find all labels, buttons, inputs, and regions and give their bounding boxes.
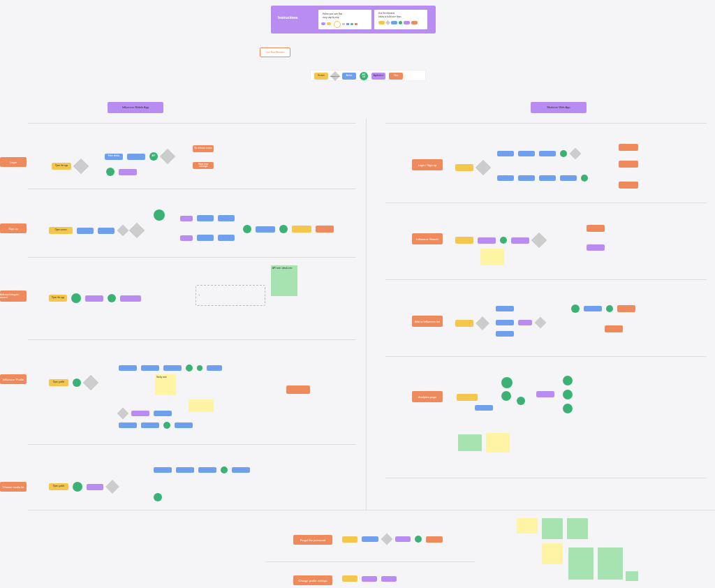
instructions-note-right: Use the elements below to build user flo… (374, 10, 427, 29)
flow-profile: Open profile Sticky note (28, 349, 356, 440)
h-line (385, 123, 707, 124)
h-line (385, 478, 707, 478)
su-d1 (117, 225, 129, 237)
su-a1 (77, 228, 94, 234)
note-text2: story step by step (323, 16, 339, 19)
row-tag-forgot: Forgot the password (293, 535, 332, 545)
mk-open: Open profile (49, 483, 68, 490)
legend-decision: Decision point (330, 71, 340, 81)
row-tag-media: Choose media kit (0, 482, 27, 492)
h-line (385, 356, 707, 357)
row-tag-settings: Change profile settings (293, 575, 332, 585)
h-line (385, 279, 707, 280)
login-api2 (106, 168, 115, 176)
note-text: Use the elements (378, 12, 395, 15)
flow-analytics (447, 366, 712, 478)
legend-row (378, 21, 418, 24)
flow-login: Open the app Enter details API Go to hom… (28, 140, 356, 182)
login-open: Open the app (52, 163, 71, 170)
row-tag-profile: Influencer Profile (0, 374, 27, 384)
instructions-title: Instructions (278, 15, 298, 20)
user-flow-elements-label: User Flow Elements (260, 47, 290, 57)
flow-forgot (342, 535, 443, 543)
ig-dashed-group: • (196, 285, 265, 306)
an-note-y (486, 433, 510, 453)
flow-media: Open profile (28, 457, 356, 506)
instructions-note-left: Follow your user flow story step by step (318, 10, 371, 29)
login-home: Go to home screen (193, 145, 214, 152)
su-d2 (129, 223, 145, 239)
flow-search (447, 214, 712, 270)
h-line (28, 189, 356, 189)
legend-flow: Flow (389, 73, 403, 80)
note-text: Follow your user flow (323, 13, 342, 15)
notes-cluster (517, 518, 656, 588)
label-text: User Flow Elements (266, 51, 285, 54)
row-tag-search: Influencer Search (412, 233, 443, 244)
row-tag-login-r: Login / Sign up (412, 159, 443, 170)
legend-shapes: Screen Decision point Action API call Ap… (314, 72, 403, 80)
influencer-app-title: Influencer Mobile App (108, 102, 163, 113)
login-dec1 (73, 159, 89, 175)
pf-open: Open profile (49, 379, 68, 386)
row-tag-instagram: Authorize Instagram account (0, 291, 27, 302)
login-app (119, 169, 137, 175)
h-line (28, 257, 356, 258)
pf-note2 (189, 399, 214, 412)
pf-note1: Sticky note (155, 374, 176, 395)
login-error: Show error message (193, 162, 214, 169)
row-tag-analytics: Analytics page (412, 391, 443, 402)
h-line (28, 444, 356, 445)
legend-action: Action (342, 73, 356, 80)
ig-note-green: API note / details text (271, 265, 297, 296)
login-dec2 (160, 149, 176, 165)
legend-api: API call (360, 72, 368, 80)
row-tag-login: Login (0, 157, 27, 167)
row-tag-addlist: Add to Influencer list (412, 316, 443, 327)
flow-addlist (447, 291, 712, 353)
note-text2: below to build user flows (378, 15, 401, 18)
h-line (265, 561, 475, 562)
an-note-g1 (458, 434, 482, 451)
search-note (480, 249, 504, 265)
h-line (28, 123, 356, 124)
legend-app: Application (371, 73, 385, 80)
instructions-panel: Instructions Follow your user flow story… (271, 6, 436, 34)
su-a2 (98, 228, 115, 234)
h-line (28, 339, 356, 340)
login-a2 (127, 154, 145, 160)
flow-settings (342, 575, 397, 582)
legend-screen: Screen (314, 73, 328, 80)
flow-login-r (447, 140, 712, 193)
flow-signup: Open screen (28, 200, 356, 253)
marketer-app-title: Marketer Web App (531, 102, 587, 113)
vertical-divider (366, 119, 367, 510)
login-api: API (149, 152, 158, 161)
flow-instagram: Open the app • API note / details text (28, 265, 356, 335)
row-tag-signup: Sign up (0, 223, 27, 233)
ig-open: Open the app (49, 295, 67, 302)
login-a1: Enter details (105, 154, 123, 160)
su-open: Open screen (49, 227, 73, 234)
h-line (385, 203, 707, 203)
h-line (28, 510, 715, 510)
pf-flow-out (286, 385, 310, 394)
su-api-top (154, 210, 165, 221)
preview-diagram (321, 21, 367, 28)
